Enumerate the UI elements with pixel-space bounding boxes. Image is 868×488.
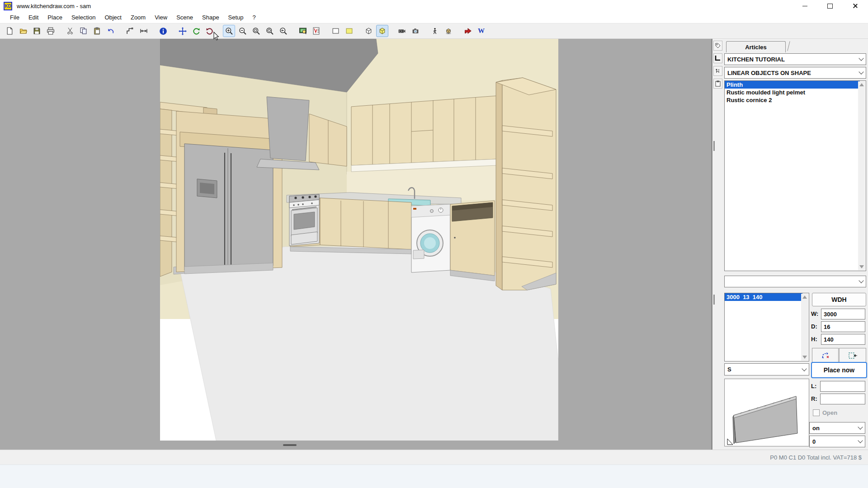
minimize-button[interactable]: [792, 0, 817, 12]
canvas-splitter-handle[interactable]: [283, 444, 297, 446]
left-field[interactable]: [820, 381, 865, 392]
taskbar: Search KD ENG: [0, 465, 868, 488]
new-document-icon[interactable]: [4, 25, 16, 37]
menu-place[interactable]: Place: [43, 12, 67, 23]
export-drawing-icon[interactable]: [462, 25, 474, 37]
menu-shape[interactable]: Shape: [198, 12, 224, 23]
category-select[interactable]: LINEAR OBJECTS ON SHAPE: [724, 67, 866, 79]
wall-cabinets-right[interactable]: [351, 96, 497, 172]
menu-help[interactable]: ?: [248, 12, 260, 23]
right-label: R:: [811, 395, 817, 402]
elevation-colored-view-icon[interactable]: [343, 25, 355, 37]
wall-elevation-icon[interactable]: [124, 25, 136, 37]
article-preview: [724, 379, 809, 446]
angle-select[interactable]: 0: [809, 436, 865, 447]
word-export-icon[interactable]: W: [475, 25, 487, 37]
zoom-window-icon[interactable]: [250, 25, 262, 37]
rotate-icon[interactable]: [190, 25, 202, 37]
plan-view-icon[interactable]: [330, 25, 342, 37]
tab-articles[interactable]: Articles: [726, 41, 786, 52]
catalog-select[interactable]: KITCHEN TUTORIAL: [724, 53, 866, 65]
object-3d-icon[interactable]: [442, 25, 454, 37]
render-realistic-icon[interactable]: [297, 25, 309, 37]
zoom-previous-icon[interactable]: [277, 25, 289, 37]
save-icon[interactable]: [31, 25, 43, 37]
zoom-in-icon[interactable]: [223, 25, 235, 37]
washing-machine[interactable]: [411, 204, 450, 272]
menu-zoom[interactable]: Zoom: [126, 12, 150, 23]
toolbar: W: [0, 23, 868, 39]
perspective-colored-view-icon[interactable]: [376, 25, 388, 37]
fridge[interactable]: [176, 111, 282, 274]
filter-select[interactable]: [724, 276, 866, 287]
perspective-wire-view-icon[interactable]: [363, 25, 375, 37]
photo-export-icon[interactable]: [409, 25, 421, 37]
render-page[interactable]: [160, 39, 558, 441]
list-item-plinth[interactable]: Plinth: [725, 81, 860, 89]
menu-view[interactable]: View: [150, 12, 172, 23]
dashed-box-arrow-icon: [848, 352, 858, 360]
price-tag-icon[interactable]: [713, 41, 722, 51]
close-button[interactable]: [843, 0, 868, 12]
wdh-button[interactable]: WDH: [812, 293, 866, 306]
undo-icon[interactable]: [104, 25, 117, 37]
linear-objects-icon[interactable]: [713, 53, 722, 63]
photo-icon[interactable]: [396, 25, 408, 37]
object-info-icon[interactable]: [157, 25, 169, 37]
scroll-up-icon[interactable]: [859, 83, 864, 86]
catalog-box-button[interactable]: [839, 348, 866, 363]
menu-object[interactable]: Object: [100, 12, 126, 23]
resize-corner-icon[interactable]: [727, 439, 733, 445]
menu-scene[interactable]: Scene: [172, 12, 198, 23]
zoom-all-icon[interactable]: [264, 25, 276, 37]
tall-cabinet[interactable]: [450, 201, 495, 281]
clipboard-icon[interactable]: [713, 79, 722, 89]
on-select[interactable]: on: [809, 422, 865, 434]
right-corner-shelf-unit[interactable]: [496, 78, 556, 290]
depth-field[interactable]: 16: [821, 321, 865, 332]
depth-label: D:: [811, 323, 817, 330]
print-icon[interactable]: [44, 25, 57, 37]
measure-icon[interactable]: [137, 25, 150, 37]
scroll-down-icon[interactable]: [802, 356, 807, 359]
shape-select[interactable]: S: [724, 363, 809, 375]
maximize-button[interactable]: [817, 0, 843, 12]
width-field[interactable]: 3000: [821, 309, 865, 319]
elevation-marked-view-icon[interactable]: [310, 25, 322, 37]
open-checkbox[interactable]: [813, 409, 820, 416]
sizes-scrollbar[interactable]: [801, 294, 808, 361]
list-item-pelmet[interactable]: Rustic moulded light pelmet: [725, 89, 866, 96]
paste-icon[interactable]: [91, 25, 103, 37]
right-field[interactable]: [820, 394, 865, 404]
move-icon[interactable]: [176, 25, 189, 37]
drawing-workspace: [0, 39, 711, 450]
stove[interactable]: [289, 194, 319, 246]
scroll-up-icon[interactable]: [802, 296, 807, 299]
copy-icon[interactable]: [77, 25, 90, 37]
menu-selection[interactable]: Selection: [67, 12, 100, 23]
open-icon[interactable]: [17, 25, 29, 37]
swap-dimensions-button[interactable]: [812, 348, 839, 363]
panel-splitter-handle[interactable]: [713, 141, 715, 151]
chevron-down-icon: [858, 424, 863, 429]
size-row[interactable]: 3000 13 140: [725, 293, 802, 301]
left-label: L:: [811, 383, 816, 389]
panel-splitter-handle[interactable]: [713, 295, 715, 305]
height-label: H:: [811, 336, 817, 343]
plumbing-icon[interactable]: [713, 66, 722, 76]
menu-edit[interactable]: Edit: [24, 12, 43, 23]
cut-icon[interactable]: [64, 25, 76, 37]
scroll-down-icon[interactable]: [859, 265, 864, 268]
close-icon: [853, 3, 858, 9]
rotate-copy-icon[interactable]: [203, 25, 216, 37]
list-item-cornice[interactable]: Rustic cornice 2: [725, 96, 866, 104]
menu-file[interactable]: File: [5, 12, 24, 23]
menu-setup[interactable]: Setup: [224, 12, 248, 23]
height-field[interactable]: 140: [821, 334, 865, 345]
zoom-out-icon[interactable]: [236, 25, 249, 37]
open-label: Open: [822, 409, 837, 416]
kitchen-3d-view[interactable]: [160, 39, 558, 441]
walkthrough-icon[interactable]: [429, 25, 441, 37]
place-now-button[interactable]: Place now: [811, 362, 867, 378]
articles-scrollbar[interactable]: [858, 81, 865, 270]
